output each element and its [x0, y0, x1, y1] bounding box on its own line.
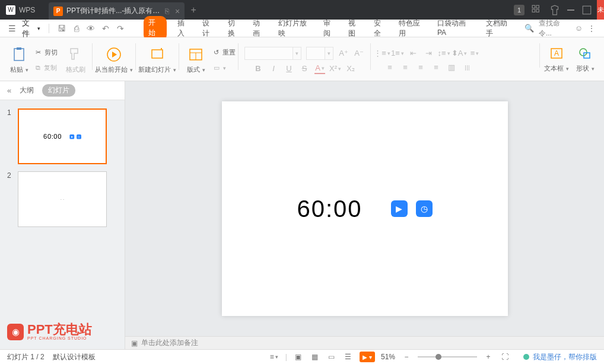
line-spacing-icon[interactable]: ↕≡: [438, 48, 449, 59]
search-placeholder[interactable]: 查找命令...: [539, 18, 570, 39]
slide-thumbnail-1[interactable]: 60:00 ▶◷: [18, 108, 107, 164]
reset-icon: ↺: [214, 49, 219, 56]
file-menu[interactable]: 文件▾: [22, 18, 40, 39]
timer-clock-button[interactable]: ◷: [416, 200, 433, 217]
subscript-icon[interactable]: X₂: [345, 63, 356, 74]
new-tab-button[interactable]: +: [185, 5, 202, 15]
tab-refresh-icon[interactable]: ⎘: [165, 7, 169, 15]
slide-canvas[interactable]: 60:00 ▶ ◷: [222, 101, 508, 316]
timer-play-button[interactable]: ▶: [391, 200, 408, 217]
format-painter-button[interactable]: 格式刷: [61, 46, 90, 74]
section-icon: ▭: [214, 64, 220, 72]
print-icon[interactable]: ⎙: [72, 24, 81, 33]
cut-button[interactable]: ✂剪切: [36, 46, 58, 59]
indent-inc-icon[interactable]: ⇥: [423, 48, 434, 59]
zoom-slider[interactable]: [418, 356, 477, 357]
align-left-icon[interactable]: ≡: [384, 62, 395, 73]
collapse-panel-icon[interactable]: «: [7, 86, 11, 95]
from-current-button[interactable]: 从当前开始: [95, 40, 133, 81]
indent-dec-icon[interactable]: ⇤: [408, 48, 418, 59]
copy-button[interactable]: ⧉复制: [36, 62, 58, 75]
separator: |: [285, 353, 287, 361]
wps-home-tab[interactable]: W WPS: [0, 0, 49, 20]
maximize-icon[interactable]: [581, 5, 592, 15]
new-slide-icon: [149, 46, 166, 63]
reset-button[interactable]: ↺重置: [214, 46, 236, 59]
outline-tab[interactable]: 大纲: [20, 85, 34, 95]
reading-view-icon[interactable]: ▭: [326, 352, 337, 362]
font-color-icon[interactable]: A: [314, 63, 325, 74]
shrink-font-icon[interactable]: A⁻: [354, 48, 364, 59]
italic-icon[interactable]: I: [268, 63, 279, 74]
columns-icon[interactable]: ▥: [446, 62, 457, 73]
align-text-icon[interactable]: ≡: [469, 48, 480, 59]
svg-rect-4: [583, 6, 591, 14]
assistant-status[interactable]: 我是墨仔，帮你排版: [523, 352, 597, 362]
notification-badge[interactable]: 1: [514, 5, 524, 15]
ribbon: 粘贴 ✂剪切 ⧉复制 格式刷 从当前开始 新建幻灯片 版式 ↺重置 ▭▾ ▾: [0, 37, 604, 81]
more-icon[interactable]: ⋮: [587, 24, 596, 33]
canvas-area: 60:00 ▶ ◷ ▣ 单击此处添加备注: [125, 81, 604, 349]
strike-icon[interactable]: S: [299, 63, 310, 74]
play-circle-icon: [106, 46, 122, 63]
slideshow-button[interactable]: ▶ ▾: [360, 352, 375, 362]
zoom-percent[interactable]: 51%: [381, 353, 395, 361]
svg-point-14: [580, 49, 587, 56]
view-menu-icon[interactable]: ≡: [269, 352, 279, 362]
watermark: ◉ PPT充电站 PPT CHARGING STUDIO: [7, 323, 92, 340]
watermark-title: PPT充电站: [27, 323, 92, 336]
search-icon[interactable]: 🔍: [524, 24, 534, 33]
fit-icon[interactable]: ⛶: [500, 352, 510, 362]
work-area: « 大纲 幻灯片 1 60:00 ▶◷ 2 · ·: [0, 81, 604, 349]
section-button[interactable]: ▭▾: [214, 62, 236, 75]
redo-icon[interactable]: ↷: [116, 24, 125, 33]
zoom-out-icon[interactable]: −: [401, 352, 412, 362]
wps-logo-icon: W: [6, 5, 15, 15]
highlight-icon[interactable]: X²: [330, 63, 341, 74]
align-center-icon[interactable]: ≡: [400, 62, 411, 73]
grow-font-icon[interactable]: A⁺: [338, 48, 349, 59]
numbering-icon[interactable]: 1≡: [392, 48, 403, 59]
new-slide-button[interactable]: 新建幻灯片: [138, 40, 176, 81]
svg-rect-2: [532, 9, 535, 12]
grid-icon[interactable]: [532, 5, 542, 15]
underline-icon[interactable]: U: [284, 63, 294, 74]
notes-pane[interactable]: ▣ 单击此处添加备注: [125, 336, 604, 349]
thumb-number: 1: [7, 108, 13, 164]
minimize-icon[interactable]: [567, 9, 574, 11]
close-tab-icon[interactable]: ×: [175, 7, 180, 16]
smile-icon[interactable]: ☺: [575, 24, 583, 33]
slides-tab[interactable]: 幻灯片: [42, 84, 75, 97]
save-icon[interactable]: 🖫: [57, 24, 66, 33]
svg-rect-0: [532, 5, 535, 8]
layout-button[interactable]: 版式: [182, 46, 210, 74]
normal-view-icon[interactable]: ▣: [293, 352, 304, 362]
clipboard-icon: [11, 46, 27, 63]
notes-icon: ▣: [131, 339, 138, 347]
paste-button[interactable]: 粘贴: [5, 46, 33, 74]
slide-thumbnail-2[interactable]: · ·: [18, 171, 107, 227]
font-name-input[interactable]: ▾: [244, 47, 301, 60]
shapes-button[interactable]: 形状: [571, 40, 599, 78]
zoom-in-icon[interactable]: +: [483, 352, 494, 362]
sorter-view-icon[interactable]: ▦: [310, 352, 320, 362]
align-right-icon[interactable]: ≡: [415, 62, 426, 73]
text-direction-icon[interactable]: ⬍A: [454, 48, 465, 59]
copy-icon: ⧉: [36, 64, 40, 72]
textbox-button[interactable]: A 文本框: [542, 40, 571, 78]
menu-icon[interactable]: ☰: [8, 24, 16, 33]
justify-icon[interactable]: ≡: [431, 62, 441, 73]
assistant-dot-icon: [523, 354, 529, 360]
skin-icon[interactable]: [549, 5, 560, 15]
font-size-input[interactable]: ▾: [306, 47, 333, 60]
scissors-icon: ✂: [36, 49, 41, 56]
svg-rect-8: [152, 50, 163, 58]
preview-icon[interactable]: 👁: [87, 24, 96, 33]
undo-icon[interactable]: ↶: [101, 24, 110, 33]
bold-icon[interactable]: B: [253, 63, 263, 74]
notes-view-icon[interactable]: ☰: [343, 352, 354, 362]
distribute-icon[interactable]: ⫼: [462, 62, 472, 73]
wps-label: WPS: [19, 6, 35, 14]
bullets-icon[interactable]: ⋮≡: [377, 48, 387, 59]
thumb-number: 2: [7, 171, 13, 227]
